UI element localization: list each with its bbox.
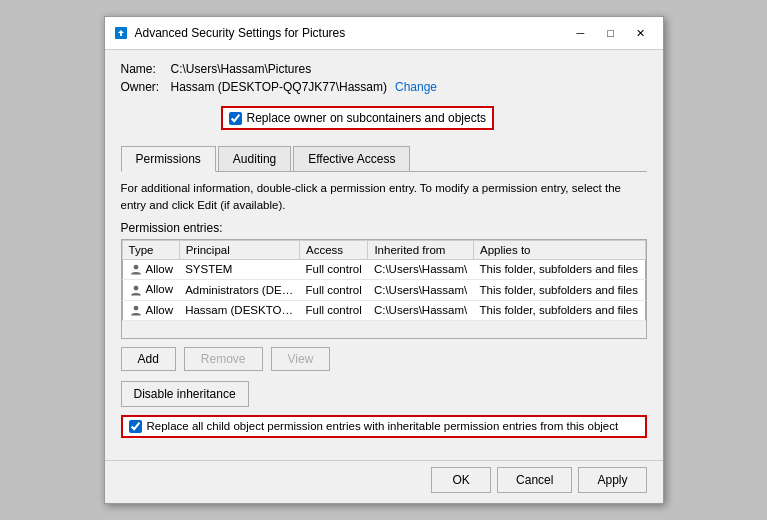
- title-bar-controls: ─ □ ✕: [567, 23, 655, 43]
- col-inherited: Inherited from: [368, 240, 474, 259]
- replace-owner-container: Replace owner on subcontainers and objec…: [171, 102, 494, 138]
- tab-auditing[interactable]: Auditing: [218, 146, 291, 171]
- name-row: Name: C:\Users\Hassam\Pictures: [121, 62, 647, 76]
- cell-applies: This folder, subfolders and files: [473, 259, 645, 279]
- info-text: For additional information, double-click…: [121, 180, 647, 212]
- window-title: Advanced Security Settings for Pictures: [135, 26, 567, 40]
- svg-point-3: [133, 306, 138, 311]
- cell-access: Full control: [299, 300, 367, 320]
- cell-inherited: C:\Users\Hassam\: [368, 300, 474, 320]
- table-row[interactable]: Allow SYSTEM Full control C:\Users\Hassa…: [122, 259, 645, 279]
- cell-type: Allow: [122, 280, 179, 300]
- table-row[interactable]: Allow Administrators (DESKTOP-QQ... Full…: [122, 280, 645, 300]
- title-bar: Advanced Security Settings for Pictures …: [105, 17, 663, 50]
- col-applies: Applies to: [473, 240, 645, 259]
- cell-access: Full control: [299, 259, 367, 279]
- footer: OK Cancel Apply: [105, 460, 663, 503]
- change-link[interactable]: Change: [395, 80, 437, 94]
- replace-permissions-row: Replace all child object permission entr…: [121, 415, 647, 438]
- maximize-button[interactable]: □: [597, 23, 625, 43]
- dialog-content: Name: C:\Users\Hassam\Pictures Owner: Ha…: [105, 50, 663, 459]
- close-button[interactable]: ✕: [627, 23, 655, 43]
- table-row[interactable]: Allow Hassam (DESKTOP-QQ7JK77\... Full c…: [122, 300, 645, 320]
- cell-applies: This folder, subfolders and files: [473, 280, 645, 300]
- cancel-button[interactable]: Cancel: [497, 467, 572, 493]
- name-value: C:\Users\Hassam\Pictures: [171, 62, 312, 76]
- section-label: Permission entries:: [121, 221, 647, 235]
- add-button[interactable]: Add: [121, 347, 176, 371]
- tab-bar: Permissions Auditing Effective Access: [121, 146, 647, 172]
- svg-point-1: [133, 265, 138, 270]
- apply-button[interactable]: Apply: [578, 467, 646, 493]
- svg-point-2: [133, 285, 138, 290]
- cell-principal: Hassam (DESKTOP-QQ7JK77\...: [179, 300, 299, 320]
- replace-permissions-label: Replace all child object permission entr…: [147, 420, 619, 432]
- owner-row: Owner: Hassam (DESKTOP-QQ7JK77\Hassam) C…: [121, 80, 647, 94]
- tab-permissions[interactable]: Permissions: [121, 146, 216, 172]
- cell-type: Allow: [122, 259, 179, 279]
- cell-access: Full control: [299, 280, 367, 300]
- replace-owner-checkbox-row: Replace owner on subcontainers and objec…: [221, 106, 494, 130]
- replace-owner-label: Replace owner on subcontainers and objec…: [247, 111, 486, 125]
- cell-principal: Administrators (DESKTOP-QQ...: [179, 280, 299, 300]
- remove-button[interactable]: Remove: [184, 347, 263, 371]
- col-principal: Principal: [179, 240, 299, 259]
- window-icon: [113, 25, 129, 41]
- main-window: Advanced Security Settings for Pictures …: [104, 16, 664, 503]
- action-buttons: Add Remove View: [121, 347, 647, 371]
- col-access: Access: [299, 240, 367, 259]
- view-button[interactable]: View: [271, 347, 331, 371]
- cell-principal: SYSTEM: [179, 259, 299, 279]
- disable-inheritance-button[interactable]: Disable inheritance: [121, 381, 249, 407]
- cell-inherited: C:\Users\Hassam\: [368, 259, 474, 279]
- cell-applies: This folder, subfolders and files: [473, 300, 645, 320]
- replace-permissions-checkbox[interactable]: [129, 420, 142, 433]
- name-label: Name:: [121, 62, 171, 76]
- cell-inherited: C:\Users\Hassam\: [368, 280, 474, 300]
- permission-table-container[interactable]: Type Principal Access Inherited from App…: [121, 239, 647, 339]
- disable-inheritance-container: Disable inheritance: [121, 381, 647, 415]
- cell-type: Allow: [122, 300, 179, 320]
- tab-effective-access[interactable]: Effective Access: [293, 146, 410, 171]
- col-type: Type: [122, 240, 179, 259]
- ok-button[interactable]: OK: [431, 467, 491, 493]
- permission-table: Type Principal Access Inherited from App…: [122, 240, 646, 321]
- replace-owner-checkbox[interactable]: [229, 112, 242, 125]
- owner-value: Hassam (DESKTOP-QQ7JK77\Hassam): [171, 80, 388, 94]
- minimize-button[interactable]: ─: [567, 23, 595, 43]
- owner-label: Owner:: [121, 80, 171, 94]
